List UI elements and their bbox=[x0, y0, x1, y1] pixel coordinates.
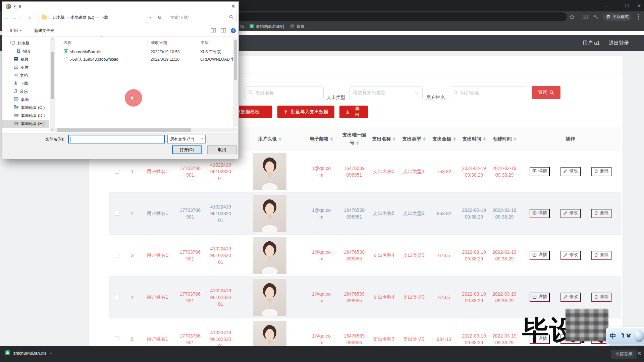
scrollbar-thumb[interactable] bbox=[234, 40, 237, 80]
sort-icons[interactable] bbox=[330, 137, 333, 141]
sort-icons[interactable] bbox=[453, 137, 456, 141]
sidebar-item-drive-c[interactable]: 本地磁盘 (C:) bbox=[2, 104, 49, 112]
dialog-search-input[interactable] bbox=[170, 15, 227, 20]
edit-button[interactable]: 修改 bbox=[560, 209, 581, 218]
bookmark-star-icon[interactable] bbox=[568, 13, 576, 21]
detail-button[interactable]: 详情 bbox=[530, 251, 550, 260]
window-minimize-button[interactable]: – bbox=[601, 2, 611, 9]
header-expense-time[interactable]: 支出时间 bbox=[459, 127, 489, 151]
user-name-input[interactable] bbox=[460, 90, 524, 96]
back-icon[interactable]: ← bbox=[2, 15, 10, 20]
delete-button[interactable]: 删除 bbox=[591, 167, 611, 176]
column-modified[interactable]: 修改日期 bbox=[147, 40, 197, 46]
browser-menu-icon[interactable] bbox=[635, 13, 642, 21]
sort-icons[interactable] bbox=[423, 137, 426, 141]
search-icon[interactable] bbox=[229, 15, 233, 20]
export-button[interactable]: 导出 bbox=[339, 106, 368, 118]
header-amount[interactable]: 支出金额 bbox=[429, 127, 459, 151]
file-row[interactable]: shouruMuBan.xls 2022/3/19 10:53 XLS 工作表 bbox=[56, 48, 233, 56]
sort-icons[interactable] bbox=[279, 137, 281, 141]
expense-type-select[interactable]: 请选择支出类型 bbox=[349, 86, 423, 99]
organize-menu[interactable]: 组织 bbox=[10, 28, 18, 34]
reading-list-icon[interactable] bbox=[581, 13, 589, 21]
sidebar-item-videos[interactable]: 视频 bbox=[2, 55, 49, 63]
delete-button[interactable]: 删除 bbox=[591, 293, 611, 302]
scroll-left-icon[interactable]: ‹ bbox=[49, 128, 54, 132]
logout-link[interactable]: 退出登录 bbox=[609, 40, 629, 46]
sidebar-item-mi9[interactable]: MI 9 bbox=[2, 47, 49, 55]
sort-icons[interactable] bbox=[393, 137, 395, 141]
history-chevron-icon[interactable]: ▾ bbox=[18, 16, 23, 19]
detail-button[interactable]: 详情 bbox=[530, 209, 550, 218]
filename-input[interactable] bbox=[68, 135, 165, 143]
sort-icons[interactable] bbox=[356, 141, 359, 145]
detail-button[interactable]: 详情 bbox=[530, 293, 550, 302]
header-created-time[interactable]: 创建时间 bbox=[489, 127, 520, 151]
breadcrumb[interactable]: › 此电脑 › 本地磁盘 (E:) › 下载 ▾ bbox=[39, 13, 154, 22]
column-type[interactable]: 类型 bbox=[197, 40, 233, 46]
window-close-button[interactable]: ✕ bbox=[634, 2, 644, 9]
view-mode-icon[interactable] bbox=[211, 28, 216, 34]
preview-pane-icon[interactable] bbox=[221, 28, 226, 34]
filetype-select[interactable]: 所有文件 (*.*) ˅ bbox=[167, 135, 206, 143]
bookmark-item[interactable]: 首页 bbox=[290, 23, 305, 30]
file-row[interactable]: 未确认 169543.crdownload 2022/3/19 11:10 CR… bbox=[56, 56, 233, 63]
cancel-button[interactable]: 取消 bbox=[207, 145, 237, 154]
new-folder-button[interactable]: 新建文件夹 bbox=[34, 28, 54, 34]
header-avatar[interactable]: 用户头像 bbox=[236, 127, 303, 151]
breadcrumb-downloads[interactable]: 下载 bbox=[100, 15, 108, 20]
detail-button[interactable]: 详情 bbox=[530, 167, 550, 176]
sidebar-item-downloads[interactable]: 下载 bbox=[2, 79, 49, 87]
delete-button[interactable]: 删除 bbox=[591, 209, 611, 218]
window-maximize-button[interactable]: ❐ bbox=[622, 2, 632, 9]
expense-name-input[interactable] bbox=[255, 90, 320, 96]
header-expense-uid[interactable]: 支出唯一编号 bbox=[339, 127, 369, 151]
show-all-downloads-button[interactable]: 全部显示 bbox=[611, 350, 637, 359]
row-checkbox[interactable] bbox=[115, 253, 119, 257]
scrollbar-thumb[interactable] bbox=[51, 52, 54, 99]
header-email[interactable]: 电子邮箱 bbox=[303, 127, 339, 151]
header-expense-name[interactable]: 支出名称 bbox=[369, 127, 398, 151]
sidebar-item-music[interactable]: 音乐 bbox=[2, 87, 49, 96]
breadcrumb-drive-e[interactable]: 本地磁盘 (E:) bbox=[70, 15, 94, 20]
row-checkbox[interactable] bbox=[115, 211, 119, 216]
refresh-icon[interactable]: ↻ bbox=[154, 13, 165, 22]
edit-button[interactable]: 修改 bbox=[560, 167, 581, 176]
row-checkbox[interactable] bbox=[115, 337, 119, 341]
sidebar-item-this-pc[interactable]: 此电脑 bbox=[2, 39, 49, 47]
row-checkbox[interactable] bbox=[115, 169, 119, 174]
sidebar-item-documents[interactable]: 文档 bbox=[2, 71, 49, 79]
file-list-horizontal-scrollbar[interactable]: ‹ bbox=[49, 128, 238, 132]
sidebar-item-drive-d[interactable]: 本地磁盘 (D:) bbox=[2, 112, 49, 120]
current-user-label[interactable]: 用户 a1 bbox=[583, 40, 600, 46]
breadcrumb-this-pc[interactable]: 此电脑 bbox=[53, 15, 65, 20]
sidebar-item-drive-e[interactable]: 本地磁盘 (E:) bbox=[2, 120, 49, 128]
row-checkbox[interactable] bbox=[115, 295, 119, 299]
query-button[interactable]: 查询 bbox=[532, 86, 560, 99]
key-icon[interactable] bbox=[592, 13, 600, 21]
scrollbar-thumb[interactable] bbox=[57, 128, 191, 132]
sort-icons[interactable] bbox=[514, 137, 516, 141]
address-bar[interactable] bbox=[237, 12, 567, 21]
header-expense-type[interactable]: 支出类型 bbox=[398, 127, 429, 151]
edit-button[interactable]: 修改 bbox=[560, 251, 581, 260]
column-name[interactable]: 名称 bbox=[56, 40, 147, 46]
download-item[interactable]: zhichuMuBan.xls ˄ bbox=[5, 350, 52, 356]
bookmark-item[interactable]: 表结构命名规则 bbox=[250, 23, 284, 30]
batch-import-button[interactable]: 批量导入支出数据 bbox=[277, 106, 334, 118]
file-list-vertical-scrollbar[interactable] bbox=[233, 38, 238, 127]
edit-button[interactable]: 修改 bbox=[560, 293, 581, 302]
chevron-up-icon[interactable]: ˄ bbox=[50, 351, 52, 355]
forward-icon[interactable]: → bbox=[10, 15, 18, 20]
up-icon[interactable]: ↑ bbox=[26, 15, 34, 20]
open-button[interactable]: 打开(O) bbox=[172, 145, 202, 154]
sidebar-item-desktop[interactable]: 桌面 bbox=[2, 96, 49, 104]
chevron-down-icon[interactable]: ▾ bbox=[149, 16, 151, 19]
help-icon[interactable]: ? bbox=[231, 28, 236, 33]
scroll-up-icon[interactable]: ˄ bbox=[50, 38, 55, 41]
dialog-close-icon[interactable]: ✕ bbox=[231, 4, 235, 9]
delete-button[interactable]: 删除 bbox=[591, 251, 611, 260]
sort-icons[interactable] bbox=[483, 137, 486, 141]
download-bar-close-icon[interactable]: ✕ bbox=[637, 350, 642, 356]
ime-status-widget[interactable]: 中 bbox=[606, 327, 644, 345]
